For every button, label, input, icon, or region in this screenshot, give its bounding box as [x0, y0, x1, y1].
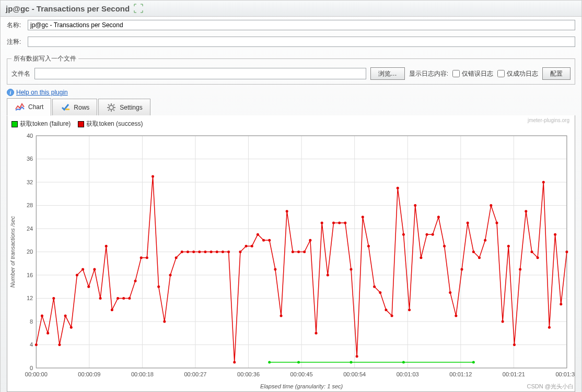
- browse-button[interactable]: 浏览…: [370, 67, 405, 80]
- svg-text:00:01:31: 00:01:31: [555, 371, 575, 377]
- configure-button[interactable]: 配置: [542, 67, 571, 80]
- svg-point-58: [41, 314, 43, 317]
- svg-point-136: [495, 221, 498, 224]
- svg-point-119: [397, 187, 399, 189]
- svg-point-71: [117, 297, 119, 300]
- fieldset-legend: 所有数据写入一个文件: [11, 54, 78, 63]
- svg-point-112: [356, 355, 358, 358]
- svg-point-68: [99, 297, 102, 300]
- svg-point-76: [146, 256, 148, 259]
- svg-point-63: [70, 326, 73, 329]
- svg-text:16: 16: [27, 272, 33, 278]
- svg-point-114: [367, 245, 370, 247]
- svg-text:24: 24: [27, 225, 33, 232]
- svg-point-102: [297, 251, 300, 253]
- svg-point-116: [379, 291, 381, 294]
- svg-point-125: [432, 233, 434, 236]
- chart-area: jmeter-plugins.org 获取token (failure) 获取t…: [7, 115, 575, 392]
- maximize-icon[interactable]: [134, 4, 143, 13]
- svg-point-107: [327, 274, 329, 277]
- file-fieldset: 所有数据写入一个文件 文件名 浏览… 显示日志内容: 仅错误日志 仅成功日志 配…: [7, 54, 575, 85]
- error-only-label: 仅错误日志: [462, 69, 493, 78]
- svg-point-75: [140, 256, 143, 259]
- svg-point-147: [560, 303, 562, 305]
- svg-point-85: [198, 251, 201, 253]
- svg-text:28: 28: [27, 203, 33, 209]
- svg-text:00:01:03: 00:01:03: [397, 371, 419, 377]
- svg-point-117: [385, 308, 387, 311]
- svg-text:00:00:45: 00:00:45: [290, 371, 313, 377]
- watermark: jmeter-plugins.org: [528, 117, 569, 123]
- svg-point-60: [52, 297, 55, 300]
- svg-text:00:00:27: 00:00:27: [184, 371, 206, 377]
- chart-icon: [15, 102, 25, 112]
- svg-point-106: [321, 221, 323, 224]
- svg-point-69: [105, 245, 108, 247]
- svg-point-145: [548, 326, 551, 329]
- svg-point-150: [297, 361, 300, 363]
- svg-text:00:00:00: 00:00:00: [25, 371, 48, 377]
- svg-point-153: [472, 361, 475, 363]
- svg-point-142: [530, 251, 533, 253]
- svg-point-59: [46, 332, 49, 335]
- svg-point-108: [332, 221, 335, 224]
- svg-text:36: 36: [27, 156, 33, 162]
- tab-rows-label: Rows: [74, 104, 89, 111]
- svg-text:Elapsed time (granularity: 1 s: Elapsed time (granularity: 1 sec): [260, 383, 343, 389]
- comment-input[interactable]: [28, 37, 575, 47]
- svg-point-132: [472, 251, 475, 253]
- svg-text:32: 32: [27, 179, 33, 185]
- tab-chart-label: Chart: [28, 103, 43, 111]
- svg-point-96: [262, 239, 265, 242]
- svg-point-149: [268, 361, 271, 363]
- svg-text:Number of transactions /sec: Number of transactions /sec: [9, 216, 16, 288]
- tab-chart[interactable]: Chart: [7, 98, 51, 116]
- svg-point-134: [484, 239, 486, 242]
- svg-point-57: [35, 343, 38, 346]
- svg-point-93: [245, 245, 248, 247]
- tab-rows[interactable]: Rows: [52, 99, 97, 116]
- svg-point-80: [169, 274, 171, 277]
- svg-point-79: [163, 320, 166, 323]
- svg-point-104: [309, 239, 311, 242]
- tab-settings-label: Settings: [120, 104, 142, 111]
- svg-point-140: [519, 268, 521, 270]
- svg-point-72: [122, 297, 125, 300]
- legend-swatch-red: [78, 121, 84, 127]
- tab-settings[interactable]: Settings: [98, 99, 150, 116]
- svg-point-1: [109, 105, 113, 110]
- error-only-checkbox[interactable]: 仅错误日志: [452, 69, 493, 78]
- svg-point-120: [402, 233, 405, 236]
- svg-text:0: 0: [30, 365, 33, 371]
- svg-point-64: [76, 274, 78, 277]
- svg-point-65: [82, 268, 84, 270]
- name-input[interactable]: [28, 20, 575, 30]
- filename-label: 文件名: [11, 69, 30, 78]
- svg-text:40: 40: [27, 133, 33, 139]
- svg-point-70: [111, 308, 113, 311]
- legend-failure: 获取token (failure): [11, 120, 71, 128]
- svg-point-103: [303, 251, 306, 253]
- error-only-box[interactable]: [452, 70, 460, 77]
- check-icon: [60, 102, 71, 113]
- svg-point-137: [502, 320, 504, 323]
- legend-swatch-green: [11, 121, 18, 127]
- svg-point-133: [478, 256, 481, 259]
- svg-point-89: [222, 251, 224, 253]
- filename-input[interactable]: [34, 68, 366, 79]
- display-log-label: 显示日志内容:: [409, 69, 448, 78]
- svg-point-151: [350, 361, 352, 363]
- svg-point-61: [58, 343, 61, 346]
- svg-point-73: [128, 297, 131, 300]
- svg-point-62: [64, 314, 67, 317]
- svg-line-8: [108, 110, 109, 111]
- success-only-box[interactable]: [497, 70, 505, 77]
- svg-point-121: [408, 308, 411, 311]
- svg-point-99: [280, 314, 283, 317]
- svg-line-7: [113, 110, 114, 111]
- legend-success-label: 获取token (success): [86, 120, 143, 128]
- svg-point-109: [338, 221, 341, 224]
- success-only-checkbox[interactable]: 仅成功日志: [497, 69, 538, 78]
- help-link[interactable]: Help on this plugin: [16, 89, 68, 96]
- svg-point-111: [350, 268, 352, 270]
